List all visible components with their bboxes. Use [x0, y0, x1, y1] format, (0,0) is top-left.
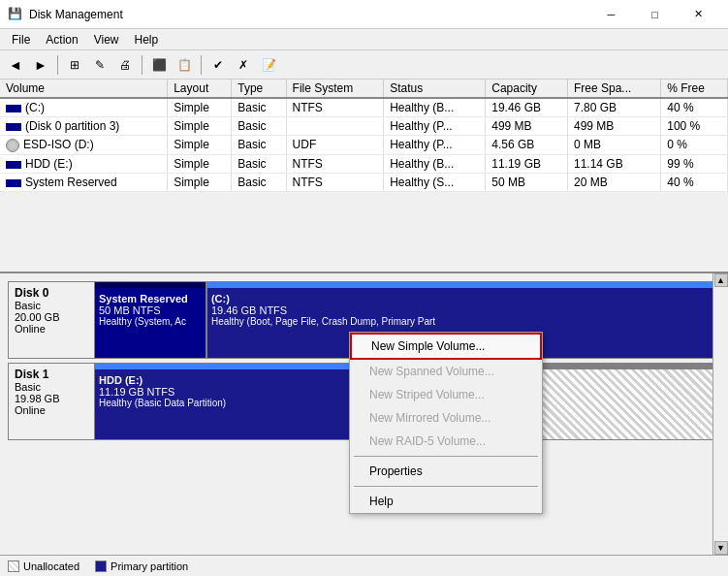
toolbar-btn-4[interactable]: ⬛ [147, 53, 171, 77]
minimize-button[interactable]: ─ [589, 0, 633, 29]
seg-top-bar [207, 282, 719, 288]
cell-volume: (Disk 0 partition 3) [0, 117, 168, 136]
toolbar-btn-2[interactable]: ✎ [88, 53, 111, 77]
seg-detail2: Healthy (System, Ac [99, 316, 202, 327]
cell-type: Basic [232, 154, 286, 173]
cell-pct: 99 % [661, 154, 728, 173]
unallocated-legend-label: Unallocated [23, 560, 79, 572]
forward-button[interactable]: ► [29, 53, 52, 77]
col-header-pct[interactable]: % Free [661, 80, 728, 98]
cell-fs: NTFS [286, 98, 384, 117]
menu-file[interactable]: File [4, 31, 38, 48]
disk-size: 20.00 GB [15, 311, 88, 323]
seg-label: System Reserved [99, 293, 202, 304]
back-button[interactable]: ◄ [4, 53, 27, 77]
table-row[interactable]: HDD (E:) Simple Basic NTFS Healthy (B...… [0, 154, 728, 173]
table-row[interactable]: (C:) Simple Basic NTFS Healthy (B... 19.… [0, 98, 728, 117]
col-header-fs[interactable]: File System [286, 80, 384, 98]
unallocated-legend-icon [8, 560, 19, 572]
ctx-item-6[interactable]: Properties [350, 460, 542, 483]
cell-layout: Simple [168, 117, 232, 136]
ctx-item-0[interactable]: New Simple Volume... [350, 333, 542, 360]
disk-label-0: Disk 0 Basic 20.00 GB Online [8, 281, 95, 359]
col-header-layout[interactable]: Layout [168, 80, 232, 98]
toolbar-btn-3[interactable]: 🖨 [113, 53, 137, 77]
cell-capacity: 11.19 GB [486, 154, 568, 173]
window-controls: ─ □ ✕ [589, 0, 720, 29]
cell-fs: UDF [286, 136, 384, 155]
toolbar-sep-3 [201, 55, 202, 75]
ctx-item-4: New RAID-5 Volume... [350, 430, 542, 453]
cell-capacity: 19.46 GB [486, 98, 568, 117]
toolbar-btn-8[interactable]: 📝 [257, 53, 280, 77]
ctx-separator-7 [354, 486, 538, 487]
cell-type: Basic [232, 173, 286, 191]
volume-table: Volume Layout Type File System Status Ca… [0, 80, 728, 192]
primary-legend: Primary partition [95, 560, 188, 572]
menu-view[interactable]: View [86, 31, 127, 48]
disk-status: Online [15, 404, 88, 416]
disk-segment-0-0[interactable]: System Reserved 50 MB NTFS Healthy (Syst… [95, 282, 207, 358]
cell-layout: Simple [168, 136, 232, 155]
seg-detail1: 50 MB NTFS [99, 304, 202, 316]
cell-free: 0 MB [567, 136, 660, 155]
maximize-button[interactable]: □ [633, 0, 677, 29]
cell-free: 499 MB [567, 117, 660, 136]
unallocated-legend: Unallocated [8, 560, 79, 572]
cell-capacity: 50 MB [486, 173, 568, 191]
title-bar: 💾 Disk Management ─ □ ✕ [0, 0, 728, 29]
cell-free: 11.14 GB [567, 154, 660, 173]
col-header-free[interactable]: Free Spa... [567, 80, 660, 98]
disk-name: Disk 0 [15, 286, 88, 300]
seg-top-bar [95, 282, 206, 288]
main-content: Volume Layout Type File System Status Ca… [0, 80, 728, 555]
col-header-status[interactable]: Status [384, 80, 486, 98]
cell-fs: NTFS [286, 173, 384, 191]
menu-action[interactable]: Action [38, 31, 85, 48]
disk-label-1: Disk 1 Basic 19.98 GB Online [8, 363, 95, 440]
primary-legend-icon [95, 560, 107, 572]
col-header-capacity[interactable]: Capacity [486, 80, 568, 98]
cell-status: Healthy (P... [384, 117, 486, 136]
disk-map-area: Disk 0 Basic 20.00 GB Online System Rese… [0, 273, 728, 555]
scroll-down[interactable]: ▼ [714, 541, 728, 555]
disk-name: Disk 1 [15, 368, 88, 381]
menu-bar: File Action View Help [0, 29, 728, 50]
cell-status: Healthy (P... [384, 136, 486, 155]
cell-capacity: 4.56 GB [486, 136, 568, 155]
seg-detail1: 19.46 GB NTFS [211, 304, 715, 316]
seg-label: (C:) [211, 293, 715, 304]
scroll-up[interactable]: ▲ [714, 273, 728, 287]
toolbar-btn-1[interactable]: ⊞ [63, 53, 86, 77]
col-header-volume[interactable]: Volume [0, 80, 168, 98]
cell-fs: NTFS [286, 154, 384, 173]
col-header-type[interactable]: Type [232, 80, 286, 98]
toolbar-btn-5[interactable]: 📋 [173, 53, 196, 77]
cell-volume: (C:) [0, 98, 168, 117]
cell-status: Healthy (S... [384, 173, 486, 191]
cell-pct: 100 % [661, 117, 728, 136]
volume-table-container: Volume Layout Type File System Status Ca… [0, 80, 728, 273]
scrollbar[interactable]: ▲ ▼ [712, 273, 728, 555]
ctx-item-8[interactable]: Help [350, 490, 542, 513]
table-row[interactable]: ESD-ISO (D:) Simple Basic UDF Healthy (P… [0, 136, 728, 155]
toolbar-btn-6[interactable]: ✔ [206, 53, 230, 77]
toolbar-sep-2 [142, 55, 142, 75]
seg-detail2: Healthy (Boot, Page File, Crash Dump, Pr… [211, 316, 715, 327]
cell-volume: System Reserved [0, 173, 168, 191]
menu-help[interactable]: Help [127, 31, 167, 48]
toolbar-sep-1 [57, 55, 58, 75]
cell-volume: HDD (E:) [0, 154, 168, 173]
cell-fs [286, 117, 384, 136]
cell-pct: 40 % [661, 98, 728, 117]
close-button[interactable]: ✕ [677, 0, 720, 29]
cell-volume: ESD-ISO (D:) [0, 136, 168, 155]
table-row[interactable]: (Disk 0 partition 3) Simple Basic Health… [0, 117, 728, 136]
cell-layout: Simple [168, 98, 232, 117]
toolbar-btn-7[interactable]: ✗ [232, 53, 255, 77]
ctx-separator-5 [354, 456, 538, 457]
cell-layout: Simple [168, 154, 232, 173]
table-row[interactable]: System Reserved Simple Basic NTFS Health… [0, 173, 728, 191]
cell-type: Basic [232, 117, 286, 136]
cell-status: Healthy (B... [384, 154, 486, 173]
